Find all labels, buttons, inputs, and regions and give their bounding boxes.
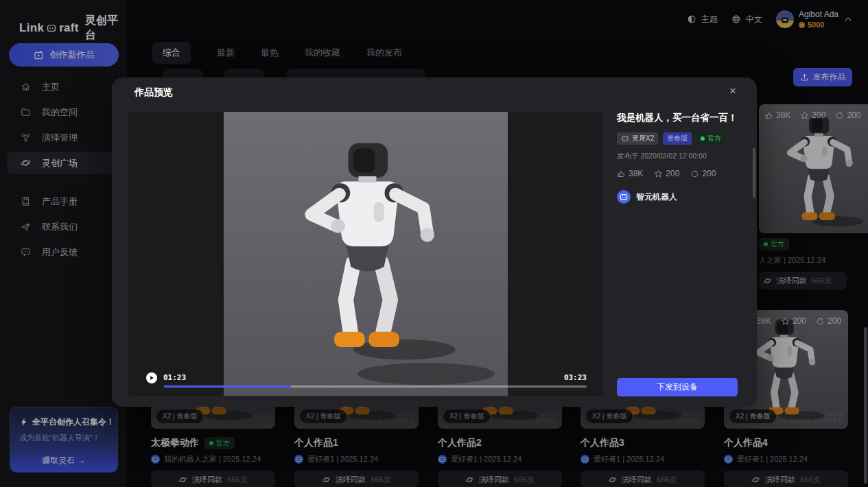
- play-icon: [149, 375, 154, 381]
- device-tag: 灵犀X2: [617, 132, 658, 145]
- work-preview-modal: 作品预览 × 01:23 03:23 我是机器人，买一台省一百！ 灵犀X2 青春…: [112, 78, 757, 407]
- thumbs-up-icon[interactable]: [617, 169, 626, 178]
- robot-video-image: [224, 112, 508, 396]
- deploy-to-device-button[interactable]: 下发到设备: [617, 378, 738, 396]
- work-author[interactable]: 智元机器人: [617, 190, 742, 204]
- seek-bar-fill: [164, 385, 291, 388]
- modal-title: 作品预览: [134, 86, 173, 99]
- work-detail-panel: 我是机器人，买一台省一百！ 灵犀X2 青春版 官方 发布于 2020/02/02…: [617, 112, 742, 204]
- page-scrollbar-thumb[interactable]: [864, 327, 867, 484]
- author-avatar-icon: [617, 190, 631, 204]
- share-icon[interactable]: [690, 169, 699, 178]
- work-stats: 38K 200 200: [617, 169, 742, 178]
- play-button[interactable]: [146, 372, 157, 383]
- edition-tag: 青春版: [663, 132, 692, 145]
- video-player[interactable]: 01:23 03:23: [128, 112, 603, 396]
- close-icon[interactable]: ×: [729, 84, 736, 98]
- video-frame: [224, 112, 508, 396]
- seek-bar[interactable]: [164, 385, 587, 388]
- work-title: 我是机器人，买一台省一百！: [617, 112, 742, 124]
- official-tag: 官方: [696, 132, 725, 145]
- publish-date: 发布于 2020/02/02 12:00:00: [617, 152, 742, 161]
- duration-time: 03:23: [564, 373, 587, 382]
- work-tags: 灵犀X2 青春版 官方: [617, 132, 742, 145]
- modal-scrollbar-thumb[interactable]: [753, 147, 755, 198]
- robot-face-icon: [621, 134, 629, 143]
- star-icon[interactable]: [654, 169, 663, 178]
- current-time: 01:23: [163, 373, 186, 382]
